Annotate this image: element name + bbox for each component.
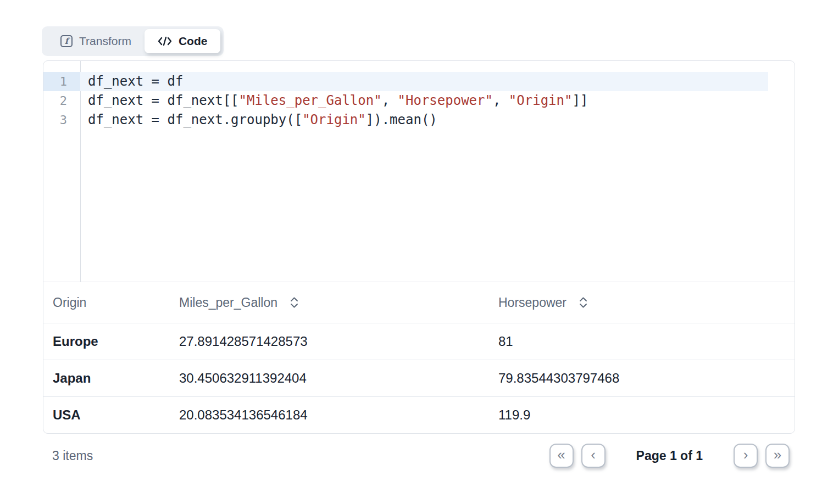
chevron-left-icon: ‹ xyxy=(591,447,596,462)
double-chevron-right-icon: » xyxy=(774,447,781,462)
string-token: "Origin" xyxy=(302,112,366,127)
next-page-button[interactable]: › xyxy=(734,444,758,468)
code-lines: 1df_next = df2df_next = df_next[["Miles_… xyxy=(43,72,795,130)
table-body: Europe27.89142857142857381Japan30.450632… xyxy=(43,323,795,433)
column-header-horsepower-label: Horsepower xyxy=(498,295,567,310)
cell-miles_per_gallon: 27.891428571428573 xyxy=(170,334,489,349)
function-icon: f xyxy=(60,35,73,47)
last-page-button[interactable]: » xyxy=(765,444,790,468)
code-line[interactable]: 1df_next = df xyxy=(43,72,795,91)
cell-origin: Japan xyxy=(43,371,170,386)
cell-horsepower: 119.9 xyxy=(489,407,795,423)
string-token: "Miles_per_Gallon" xyxy=(239,93,382,108)
table-row: Europe27.89142857142857381 xyxy=(43,323,795,360)
code-line-content: df_next = df_next.groupby(["Origin"]).me… xyxy=(80,110,795,130)
sort-icon[interactable] xyxy=(579,296,588,309)
table-row: USA20.083534136546184119.9 xyxy=(43,396,795,433)
cell-origin: Europe xyxy=(43,334,170,349)
code-line[interactable]: 3df_next = df_next.groupby(["Origin"]).m… xyxy=(43,110,795,130)
pagination: « ‹ Page 1 of 1 › » xyxy=(549,444,790,468)
line-number: 1 xyxy=(43,72,80,91)
column-header-origin-label: Origin xyxy=(53,295,86,310)
cell-horsepower: 81 xyxy=(489,334,795,349)
code-editor[interactable]: 1df_next = df2df_next = df_next[["Miles_… xyxy=(43,61,795,282)
tab-code-label: Code xyxy=(179,35,208,48)
column-header-horsepower[interactable]: Horsepower xyxy=(489,295,795,310)
sort-icon[interactable] xyxy=(290,296,299,309)
code-line[interactable]: 2df_next = df_next[["Miles_per_Gallon", … xyxy=(43,91,795,110)
cell-horsepower: 79.83544303797468 xyxy=(489,371,795,386)
string-token: "Horsepower" xyxy=(398,93,493,108)
table-footer: 3 items « ‹ Page 1 of 1 › » xyxy=(43,434,795,478)
code-icon xyxy=(158,36,172,47)
string-token: "Origin" xyxy=(509,93,573,108)
column-header-miles_per_gallon[interactable]: Miles_per_Gallon xyxy=(170,295,489,310)
tab-code[interactable]: Code xyxy=(145,29,221,53)
code-token: df_next = df_next.groupby([ xyxy=(88,112,302,127)
items-count: 3 items xyxy=(52,449,93,463)
page-indicator: Page 1 of 1 xyxy=(636,449,703,463)
code-token: df_next = df xyxy=(88,74,183,89)
column-header-miles_per_gallon-label: Miles_per_Gallon xyxy=(179,295,277,310)
chevron-right-icon: › xyxy=(743,447,748,462)
view-mode-tabbar: f Transform Code xyxy=(42,26,224,56)
result-table: Origin Miles_per_Gallon Horsepower xyxy=(43,282,795,433)
line-number: 2 xyxy=(43,91,80,110)
tab-transform-label: Transform xyxy=(79,35,131,48)
code-token: df_next = df_next[[ xyxy=(88,93,239,108)
cell-miles_per_gallon: 30.450632911392404 xyxy=(170,371,489,386)
cell-origin: USA xyxy=(43,407,170,423)
prev-page-button[interactable]: ‹ xyxy=(581,444,606,468)
main-panel: 1df_next = df2df_next = df_next[["Miles_… xyxy=(43,60,795,434)
first-page-button[interactable]: « xyxy=(549,444,574,468)
table-row: Japan30.45063291139240479.83544303797468 xyxy=(43,360,795,396)
double-chevron-left-icon: « xyxy=(557,447,565,462)
tab-transform[interactable]: f Transform xyxy=(45,29,145,53)
code-token: ]).mean() xyxy=(366,112,437,127)
table-header-row: Origin Miles_per_Gallon Horsepower xyxy=(43,282,795,323)
code-line-content: df_next = df_next[["Miles_per_Gallon", "… xyxy=(80,91,795,110)
code-token: , xyxy=(382,93,398,108)
code-token: ]] xyxy=(572,93,588,108)
cell-miles_per_gallon: 20.083534136546184 xyxy=(170,407,489,423)
code-line-content: df_next = df xyxy=(80,72,768,91)
line-number: 3 xyxy=(43,110,80,130)
code-token: , xyxy=(493,93,509,108)
column-header-origin: Origin xyxy=(43,295,170,310)
